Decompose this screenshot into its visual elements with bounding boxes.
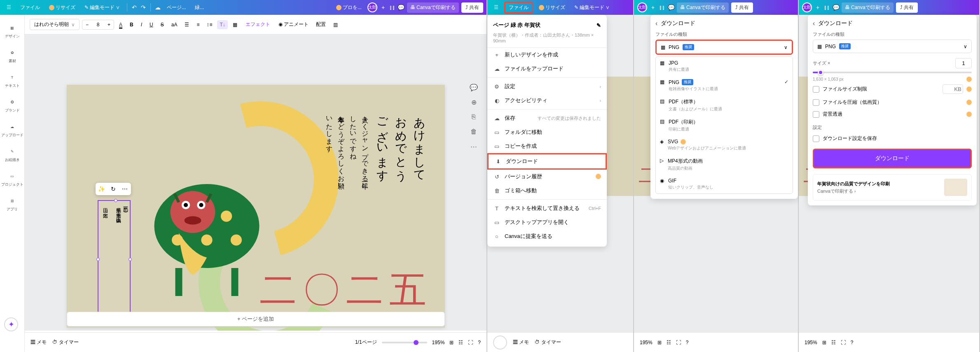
menu-item-3[interactable]: ◐アクセシビリティ› [487,93,607,107]
resize-btn[interactable]: リサイズ [536,3,568,12]
size-multiplier-input[interactable] [955,58,972,68]
grid-view-icon[interactable]: ⊞ [822,340,826,345]
edit-mode-btn[interactable]: ✎編集モード ∨ [81,3,123,12]
back-icon[interactable]: ‹ [813,20,815,27]
ai-fab-btn[interactable]: ✦ [4,317,18,331]
timer-btn[interactable]: ⏱ タイマー [535,339,561,346]
file-type-select[interactable]: ▦PNG 推奨 ∨ [813,40,972,53]
underline-btn[interactable]: U [147,20,156,29]
redo-btn[interactable]: ↷ [140,4,147,11]
file-menu-btn[interactable]: ファイル [504,2,533,14]
sidebar-プロジェクト[interactable]: ▭プロジェクト [1,168,24,191]
address-text[interactable]: 〒一二三ー〇〇〇一 千葉県 千葉市 中央区 一ー一 山田 太郎 [98,201,132,315]
edit-title-icon[interactable]: ✎ [596,22,601,28]
analytics-icon[interactable]: ⫿⫿ [389,4,395,11]
user-avatar[interactable]: 太郎 [367,2,377,12]
add-page-btn[interactable]: + ページを追加 [67,312,445,326]
page-count[interactable]: 1/1ページ [355,339,377,346]
check-ファイルを圧縮（低画質）[interactable]: ファイルを圧縮（低画質） [813,96,972,108]
menu-item-10[interactable]: Tテキストを検索して置き換えるCtrl+F [487,201,607,215]
resize-btn[interactable]: リサイズ [46,3,79,12]
opt-GIF[interactable]: ◉GIF短いクリップ、音声なし [656,175,793,193]
back-icon[interactable]: ‹ [655,20,657,27]
opt-MP4形式の動画[interactable]: ▷MP4形式の動画高品質の動画 [656,154,793,175]
sidebar-デザイン[interactable]: ▦デザイン [1,20,24,43]
share-btn[interactable]: ⤴ 共有 [731,2,753,13]
help-icon[interactable]: ? [478,340,481,345]
menu-item-11[interactable]: ▭デスクトップアプリを開く [487,215,607,229]
menu-icon[interactable]: ☰ [3,3,14,12]
delete-icon[interactable]: 🗑 [468,126,479,137]
help-icon[interactable]: ? [686,340,689,345]
add-user-icon[interactable]: + [380,4,386,11]
print-promo[interactable]: 年賀状向けの品質でデザインを印刷 Canvaで印刷する › [813,174,972,200]
pro-btn[interactable]: プロを... [333,3,365,12]
size-plus[interactable]: + [104,20,114,29]
cloud-sync-icon[interactable]: ☁ [154,4,161,11]
list-view-icon[interactable]: ☷ [667,340,671,345]
user-avatar[interactable]: 太郎 [637,2,647,12]
effects-btn[interactable]: エフェクト [242,19,274,30]
comment-icon[interactable]: 💬 [398,4,405,11]
grid-view-icon[interactable]: ⊞ [449,340,454,345]
bold-btn[interactable]: B [127,20,136,29]
menu-item-0[interactable]: +新しいデザインを作成 [487,48,607,62]
comment-canvas-icon[interactable]: 💬 [468,82,479,93]
size-input[interactable] [92,22,104,28]
spacing-btn[interactable]: ⫶≡ [204,20,215,29]
menu-item-4[interactable]: ☁保存すべての変更は保存されました [487,111,607,125]
refresh-icon[interactable]: ↻ [109,184,118,193]
menu-icon[interactable]: ☰ [491,3,502,12]
menu-item-6[interactable]: ▭コピーを作成 [487,139,607,153]
italic-btn[interactable]: I [138,20,145,29]
size-minus[interactable]: − [82,20,92,29]
more-icon[interactable]: ⋯ [120,184,129,193]
share-btn[interactable]: ⤴ 共有 [461,2,483,13]
user-avatar[interactable]: 太郎 [802,2,812,12]
analytics-icon[interactable]: ⫿⫿ [659,4,665,11]
opt-PNG[interactable]: ▦PNG 推奨複雑画像やイラストに最適✓ [656,76,793,95]
opt-PDF（印刷）[interactable]: ▤PDF（印刷）印刷に最適 [656,115,793,135]
file-type-select[interactable]: ▦PNG 推奨 ∨ [655,40,793,55]
menu-item-5[interactable]: ▭フォルダに移動 [487,125,607,139]
analytics-icon[interactable]: ⫿⫿ [823,4,830,11]
comment-icon[interactable]: 💬 [833,4,839,11]
download-button[interactable]: ダウンロード [813,149,972,168]
list-btn[interactable]: ≡ [194,20,202,29]
zoom-slider[interactable] [382,342,427,343]
greeting-text[interactable]: あけまして おめでとう ございます [373,110,428,175]
position-btn[interactable]: 配置 [313,19,328,30]
share-btn[interactable]: ⤴ 共有 [896,2,918,13]
undo-btn[interactable]: ↶ [131,4,138,11]
print-btn[interactable]: 🖶 Canvaで印刷する [677,2,729,13]
text-color-btn[interactable]: A [117,20,125,29]
sidebar-テキスト[interactable]: Tテキスト [1,69,24,92]
opt-JPG[interactable]: ▦JPG共有に最適 [656,57,793,76]
timer-btn[interactable]: ⏱ タイマー [52,339,78,346]
fullscreen-icon[interactable]: ⛶ [676,340,681,345]
grid-view-icon[interactable]: ⊞ [657,340,662,345]
list-view-icon[interactable]: ☷ [458,340,463,345]
print-btn[interactable]: 🖶 Canvaで印刷する [842,2,893,13]
file-menu-btn[interactable]: ファイル [17,3,43,12]
sidebar-素材[interactable]: ✿素材 [1,44,24,68]
menu-item-1[interactable]: ☁ファイルをアップロード [487,62,607,76]
canvas-more-icon[interactable]: ⋯ [468,141,479,152]
sidebar-お絵描き[interactable]: ✎お絵描き [1,143,24,166]
canvas-add-icon[interactable]: ⊕ [468,97,479,107]
zoom-value[interactable]: 195% [640,340,653,345]
sub-text[interactable]: 大きくジャンプできる一年に したいですね 本年もどうぞよろしくお願い いたします [323,112,370,186]
crop-btn[interactable]: ▦ [230,20,240,29]
duplicate-icon[interactable]: ⎘ [468,112,479,122]
vertical-text-btn[interactable]: T↓ [217,20,227,29]
doc-title-2[interactable]: 緑... [192,3,207,12]
print-btn[interactable]: 🖶 Canvaで印刷する [407,2,459,13]
comment-icon[interactable]: 💬 [668,4,674,11]
animate-btn[interactable]: ◉ アニメート [276,19,311,30]
case-btn[interactable]: aA [169,20,180,29]
save-settings-check[interactable]: ダウンロード設定を保存 [813,133,972,145]
menu-item-7[interactable]: ⬇ダウンロード [487,153,607,170]
memo-btn[interactable]: ☰ メモ [513,339,529,346]
opt-SVG[interactable]: ◈SVG Webデザインおよびアニメーションに最適 [656,135,793,154]
strike-btn[interactable]: S [158,20,166,29]
